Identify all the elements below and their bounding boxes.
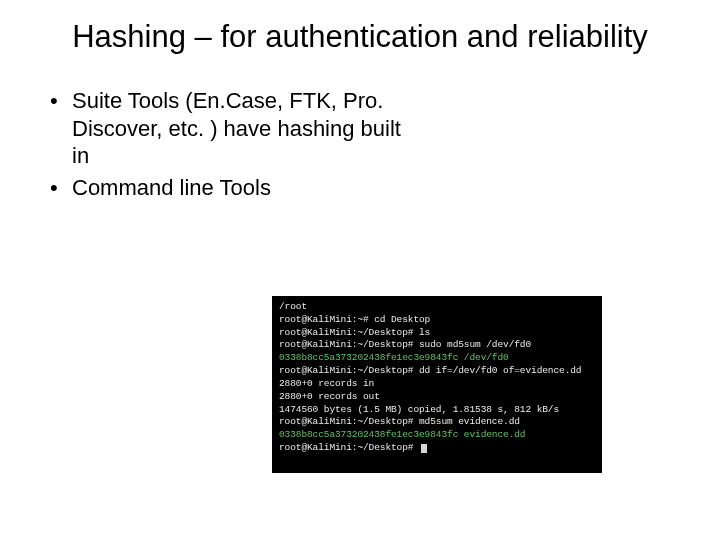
- terminal-line: 0338b8cc5a373202438fe1ec3e9843fc evidenc…: [279, 429, 595, 442]
- terminal-line: root@KaliMini:~# cd Desktop: [279, 314, 595, 327]
- terminal-line: 2880+0 records in: [279, 378, 595, 391]
- terminal-line: 1474560 bytes (1.5 MB) copied, 1.81538 s…: [279, 404, 595, 417]
- terminal-screenshot: /rootroot@KaliMini:~# cd Desktoproot@Kal…: [272, 296, 602, 473]
- terminal-line: 0338b8cc5a373202438fe1ec3e9843fc /dev/fd…: [279, 352, 595, 365]
- terminal-line: root@KaliMini:~/Desktop#: [279, 442, 595, 455]
- terminal-line: 2880+0 records out: [279, 391, 595, 404]
- slide-title: Hashing – for authentication and reliabi…: [46, 18, 674, 55]
- terminal-line: root@KaliMini:~/Desktop# ls: [279, 327, 595, 340]
- terminal-line: /root: [279, 301, 595, 314]
- cursor-icon: [421, 444, 427, 453]
- terminal-line: root@KaliMini:~/Desktop# dd if=/dev/fd0 …: [279, 365, 595, 378]
- bullet-list: Suite Tools (En.Case, FTK, Pro. Discover…: [46, 87, 406, 201]
- bullet-item: Suite Tools (En.Case, FTK, Pro. Discover…: [46, 87, 406, 170]
- terminal-line: root@KaliMini:~/Desktop# sudo md5sum /de…: [279, 339, 595, 352]
- terminal-line: root@KaliMini:~/Desktop# md5sum evidence…: [279, 416, 595, 429]
- slide-container: Hashing – for authentication and reliabi…: [0, 0, 720, 201]
- bullet-item: Command line Tools: [46, 174, 406, 202]
